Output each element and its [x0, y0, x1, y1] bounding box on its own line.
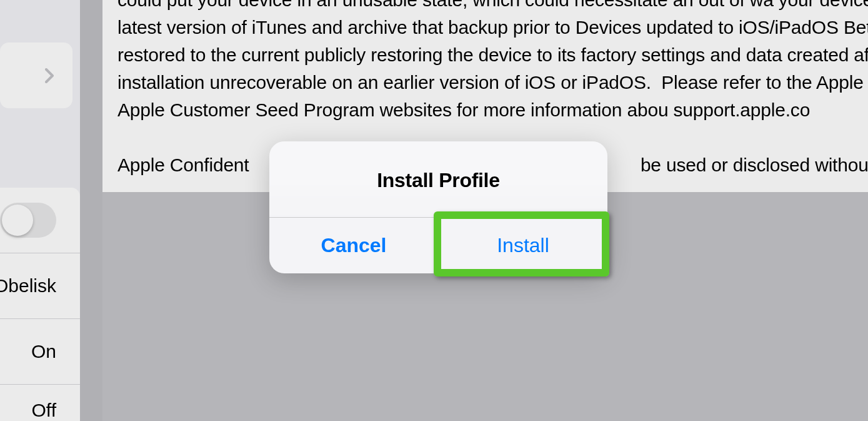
settings-sidebar: Obelisk On Off	[0, 0, 80, 421]
sidebar-toggle-row[interactable]	[0, 188, 80, 253]
toggle-knob	[2, 205, 33, 236]
consent-paragraph-1: could put your device in an unusable sta…	[117, 0, 868, 124]
toggle-switch[interactable]	[0, 203, 56, 238]
dialog-title: Install Profile	[269, 141, 607, 217]
dialog-button-row: Cancel Install	[269, 217, 607, 273]
install-profile-dialog: Install Profile Cancel Install	[269, 141, 607, 273]
cancel-button[interactable]: Cancel	[269, 218, 439, 273]
chevron-right-icon	[45, 68, 54, 83]
sidebar-row-label: Off	[32, 400, 56, 421]
install-button[interactable]: Install	[439, 218, 607, 273]
sidebar-row-obelisk[interactable]: Obelisk	[0, 253, 80, 319]
sidebar-row-label: Obelisk	[0, 275, 56, 297]
sidebar-nav-row[interactable]	[0, 43, 72, 108]
install-button-label: Install	[497, 234, 549, 256]
sidebar-row-off[interactable]: Off	[0, 385, 80, 421]
cancel-button-label: Cancel	[321, 234, 387, 256]
sidebar-row-label: On	[31, 341, 56, 362]
sidebar-row-on[interactable]: On	[0, 319, 80, 385]
content-gutter	[80, 0, 102, 421]
